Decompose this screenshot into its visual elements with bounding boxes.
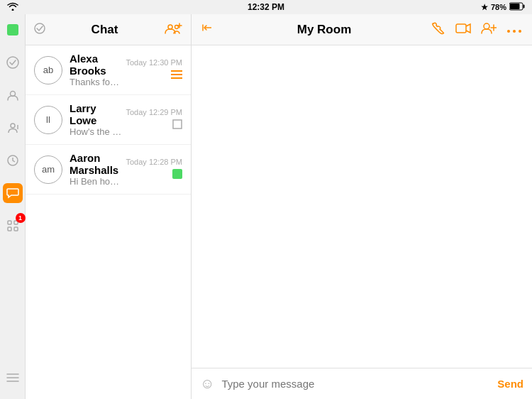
chat-messages xyxy=(192,45,532,368)
contact-name: Aaron Marshalls xyxy=(70,152,122,176)
status-bar: 12:32 PM ★ 78% xyxy=(0,0,532,14)
phone-icon[interactable] xyxy=(431,21,445,38)
status-indicator-lines xyxy=(171,70,182,82)
sidebar-item-apps[interactable]: 1 xyxy=(3,216,23,236)
chat-panel-title: Chat xyxy=(92,23,118,37)
wifi-icon xyxy=(7,2,18,12)
svg-point-33 xyxy=(507,30,510,33)
sidebar-item-menu[interactable] xyxy=(3,368,23,388)
message-preview: How's the weath… xyxy=(70,126,122,137)
sidebar-item-profile[interactable] xyxy=(3,118,23,138)
message-input[interactable] xyxy=(221,378,490,390)
svg-point-17 xyxy=(35,23,45,33)
svg-rect-10 xyxy=(8,221,11,224)
svg-point-34 xyxy=(513,30,516,33)
sidebar-item-chat[interactable] xyxy=(3,183,23,203)
message-time: Today 12:30 PM xyxy=(126,58,183,67)
apps-badge: 1 xyxy=(16,213,26,223)
sidebar-item-home[interactable] xyxy=(3,20,23,40)
avatar: ab xyxy=(34,56,62,84)
contact-name: Alexa Brooks xyxy=(70,53,122,77)
svg-point-3 xyxy=(7,57,18,68)
message-time: Today 12:29 PM xyxy=(126,108,183,116)
chat-area: My Room xyxy=(192,14,532,399)
status-time: 12:32 PM xyxy=(248,2,284,12)
chat-list: ab Alexa Brooks Thanks for the f… Today … xyxy=(26,45,191,399)
svg-rect-26 xyxy=(172,169,182,179)
add-group-icon[interactable] xyxy=(164,22,182,38)
send-button[interactable]: Send xyxy=(497,378,523,390)
svg-rect-25 xyxy=(173,120,182,129)
battery-icon xyxy=(509,2,525,12)
sidebar-item-tasks[interactable] xyxy=(3,53,23,72)
svg-point-35 xyxy=(519,30,521,33)
avatar: am xyxy=(34,155,62,184)
status-indicator-green xyxy=(172,169,182,182)
chat-area-header: My Room xyxy=(192,14,532,45)
svg-point-30 xyxy=(484,23,489,29)
chat-input-bar: ☺ Send xyxy=(192,368,532,399)
bluetooth-icon: ★ xyxy=(481,3,488,12)
avatar: ll xyxy=(34,106,62,134)
sidebar-item-history[interactable] xyxy=(3,151,23,170)
more-icon[interactable] xyxy=(506,23,522,36)
contact-name: Larry Lowe xyxy=(70,102,122,126)
svg-rect-13 xyxy=(14,227,18,231)
room-title: My Room xyxy=(217,23,431,37)
message-preview: Hi Ben how are y… xyxy=(70,176,122,187)
list-item[interactable]: ab Alexa Brooks Thanks for the f… Today … xyxy=(26,45,191,95)
message-preview: Thanks for the f… xyxy=(70,77,122,87)
message-time: Today 12:28 PM xyxy=(126,158,183,166)
chat-panel-header: Chat xyxy=(26,14,191,45)
add-person-icon[interactable] xyxy=(481,22,497,38)
svg-rect-2 xyxy=(510,4,520,9)
svg-point-5 xyxy=(11,124,15,128)
video-icon[interactable] xyxy=(455,23,471,37)
battery-text: 78% xyxy=(491,3,506,11)
sidebar: 1 xyxy=(0,14,26,399)
svg-rect-12 xyxy=(8,227,11,231)
chat-panel: Chat ab Al xyxy=(26,14,192,399)
back-icon[interactable] xyxy=(201,21,214,38)
svg-rect-1 xyxy=(523,5,525,9)
list-item[interactable]: am Aaron Marshalls Hi Ben how are y… Tod… xyxy=(26,145,191,195)
list-item[interactable]: ll Larry Lowe How's the weath… Today 12:… xyxy=(26,95,191,145)
svg-point-18 xyxy=(168,25,172,29)
svg-rect-29 xyxy=(456,24,466,33)
sidebar-item-contacts[interactable] xyxy=(3,85,23,105)
emoji-icon[interactable]: ☺ xyxy=(200,376,214,392)
status-indicator-square xyxy=(172,119,182,132)
check-icon[interactable] xyxy=(34,23,45,37)
